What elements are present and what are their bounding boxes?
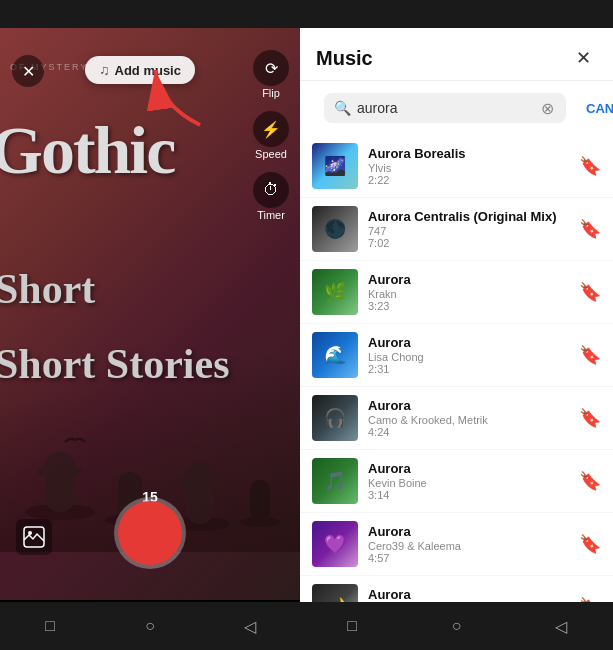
gallery-button[interactable] (16, 519, 52, 555)
song-name: Aurora (368, 335, 569, 350)
music-panel-title: Music (316, 47, 373, 70)
song-artist: Kevin Boine (368, 477, 569, 489)
album-art-visual: 🎧 (312, 395, 358, 441)
camera-bottom-nav: □ ○ ◁ (0, 602, 300, 650)
album-art-visual: 🌿 (312, 269, 358, 315)
album-art: 🎧 (312, 395, 358, 441)
song-name: Aurora Borealis (368, 146, 569, 161)
music-header: Music ✕ (300, 28, 613, 81)
song-name: Aurora Centralis (Original Mix) (368, 209, 569, 224)
timer-icon: ⏱ (253, 172, 289, 208)
song-artist: Camo & Krooked, Metrik (368, 414, 569, 426)
book-subtitle-short: Short (0, 265, 95, 313)
music-note-icon: ♫ (99, 62, 110, 78)
svg-rect-1 (45, 452, 75, 512)
song-duration: 2:22 (368, 174, 569, 186)
book-subtitle-stories: Short Stories (0, 340, 230, 388)
song-duration: 4:24 (368, 426, 569, 438)
bookmark-icon[interactable]: 🔖 (579, 281, 601, 303)
nav-back-icon[interactable]: ◁ (238, 614, 262, 638)
search-icon: 🔍 (334, 100, 351, 116)
music-info: Aurora Camo & Krooked, Metrik 4:24 (368, 398, 569, 438)
album-art: 💜 (312, 521, 358, 567)
song-name: Aurora (368, 461, 569, 476)
music-bottom-nav: □ ○ ◁ (300, 602, 613, 650)
music-info: Aurora Centralis (Original Mix) 747 7:02 (368, 209, 569, 249)
nav-circle-icon-2[interactable]: ○ (444, 614, 468, 638)
nav-square-icon-2[interactable]: □ (340, 614, 364, 638)
bookmark-icon[interactable]: 🔖 (579, 533, 601, 555)
close-camera-button[interactable]: ✕ (12, 55, 44, 87)
album-art-visual: 🎵 (312, 458, 358, 504)
timer-control[interactable]: ⏱ Timer (253, 172, 289, 231)
svg-rect-2 (38, 467, 82, 475)
add-music-label: Add music (115, 63, 181, 78)
song-duration: 3:23 (368, 300, 569, 312)
song-name: Aurora (368, 398, 569, 413)
song-name: Aurora (368, 524, 569, 539)
flip-label: Flip (262, 87, 280, 99)
music-info: Aurora Krakn 3:23 (368, 272, 569, 312)
capture-button[interactable] (118, 501, 182, 565)
search-row: 🔍 ⊗ CANCEL (300, 81, 613, 135)
svg-rect-7 (180, 477, 220, 485)
music-list-item[interactable]: 💜 Aurora Cero39 & Kaleema 4:57 🔖 (300, 513, 613, 576)
nav-square-icon[interactable]: □ (38, 614, 62, 638)
close-music-button[interactable]: ✕ (569, 44, 597, 72)
timer-label: Timer (257, 209, 285, 221)
album-art: 🌿 (312, 269, 358, 315)
camera-panel: OF MYSTERY Gothic Short Short Stories ✕ … (0, 0, 300, 600)
album-art-visual: 💜 (312, 521, 358, 567)
bookmark-icon[interactable]: 🔖 (579, 407, 601, 429)
flip-control[interactable]: ⟳ Flip (253, 50, 289, 109)
music-list-item[interactable]: 🌑 Aurora Centralis (Original Mix) 747 7:… (300, 198, 613, 261)
add-music-button[interactable]: ♫ Add music (85, 56, 195, 84)
music-list-item[interactable]: 🌌 Aurora Borealis Ylvis 2:22 🔖 (300, 135, 613, 198)
bookmark-icon[interactable]: 🔖 (579, 155, 601, 177)
book-title-gothic: Gothic (0, 120, 174, 181)
song-name: Aurora (368, 587, 569, 602)
album-art: 🌑 (312, 206, 358, 252)
clear-search-button[interactable]: ⊗ (538, 99, 556, 117)
song-name: Aurora (368, 272, 569, 287)
album-art-visual: 🌑 (312, 206, 358, 252)
music-info: Aurora Kevin Boine 3:14 (368, 461, 569, 501)
song-duration: 7:02 (368, 237, 569, 249)
status-bar (0, 0, 613, 28)
music-panel: Music ✕ 🔍 ⊗ CANCEL 🌌 Aurora Borealis Ylv… (300, 28, 613, 628)
song-duration: 4:57 (368, 552, 569, 564)
song-artist: 747 (368, 225, 569, 237)
cancel-search-button[interactable]: CANCEL (578, 101, 613, 116)
music-info: Aurora Lisa Chong 2:31 (368, 335, 569, 375)
nav-back-icon-2[interactable]: ◁ (549, 614, 573, 638)
speed-label: Speed (255, 148, 287, 160)
music-info: Aurora Cero39 & Kaleema 4:57 (368, 524, 569, 564)
music-info: Aurora Borealis Ylvis 2:22 (368, 146, 569, 186)
flip-icon: ⟳ (253, 50, 289, 86)
song-duration: 2:31 (368, 363, 569, 375)
music-list[interactable]: 🌌 Aurora Borealis Ylvis 2:22 🔖 🌑 Aurora … (300, 135, 613, 628)
nav-circle-icon[interactable]: ○ (138, 614, 162, 638)
bookmark-icon[interactable]: 🔖 (579, 218, 601, 240)
camera-controls: ⟳ Flip ⚡ Speed ⏱ Timer (246, 50, 296, 231)
song-artist: Lisa Chong (368, 351, 569, 363)
search-bar: 🔍 ⊗ (324, 93, 566, 123)
album-art: 🌊 (312, 332, 358, 378)
speed-icon: ⚡ (253, 111, 289, 147)
speed-control[interactable]: ⚡ Speed (253, 111, 289, 170)
song-duration: 3:14 (368, 489, 569, 501)
svg-rect-6 (186, 462, 214, 524)
bookmark-icon[interactable]: 🔖 (579, 470, 601, 492)
search-input[interactable] (357, 100, 532, 116)
song-artist: Cero39 & Kaleema (368, 540, 569, 552)
svg-rect-9 (250, 480, 270, 522)
music-list-item[interactable]: 🎧 Aurora Camo & Krooked, Metrik 4:24 🔖 (300, 387, 613, 450)
music-list-item[interactable]: 🌿 Aurora Krakn 3:23 🔖 (300, 261, 613, 324)
album-art-visual: 🌊 (312, 332, 358, 378)
music-list-item[interactable]: 🎵 Aurora Kevin Boine 3:14 🔖 (300, 450, 613, 513)
album-art: 🌌 (312, 143, 358, 189)
bookmark-icon[interactable]: 🔖 (579, 344, 601, 366)
song-artist: Krakn (368, 288, 569, 300)
song-artist: Ylvis (368, 162, 569, 174)
music-list-item[interactable]: 🌊 Aurora Lisa Chong 2:31 🔖 (300, 324, 613, 387)
